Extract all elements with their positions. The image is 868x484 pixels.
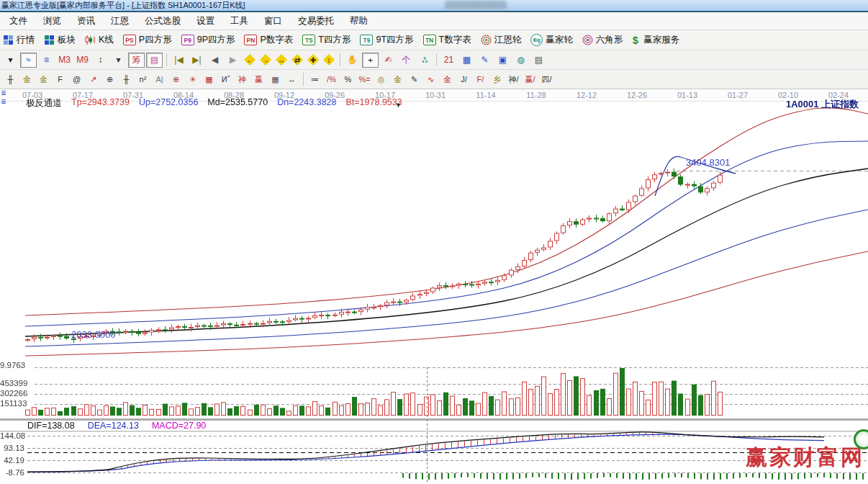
last-page-icon[interactable]: ▶| — [189, 53, 205, 68]
notes-icon[interactable]: ✎ — [476, 53, 493, 68]
feature-winner-wheel[interactable]: Big赢家轮 — [530, 34, 573, 46]
spiral-icon[interactable]: @ — [69, 73, 84, 86]
save-icon[interactable]: ▣ — [494, 53, 511, 68]
trend-view-icon[interactable]: ≈ — [20, 53, 37, 68]
ying-tool-icon[interactable]: 赢 — [251, 73, 266, 86]
print-icon[interactable]: ▤ — [530, 53, 547, 68]
number-grid-icon[interactable]: ▦ — [268, 73, 283, 86]
circle-tool-icon[interactable]: ⊕ — [168, 73, 184, 86]
hand-tool-icon[interactable]: ✋ — [344, 53, 361, 68]
feature-kline[interactable]: K线 — [85, 34, 114, 46]
gold-circle-icon[interactable]: ◎ — [374, 73, 389, 86]
ying-angle-icon[interactable]: 赢/ — [523, 73, 538, 86]
star-tool-icon[interactable]: ✳ — [185, 73, 200, 86]
shen-angle-icon[interactable]: 神/ — [506, 73, 521, 86]
chip-distribution-icon[interactable]: 筹 — [128, 53, 145, 68]
menu-item-0[interactable]: 文件 — [1, 14, 35, 29]
first-page-icon[interactable]: |◀ — [171, 53, 187, 68]
calculator-icon[interactable]: ▦ — [458, 53, 475, 68]
menu-item-6[interactable]: 工具 — [222, 14, 256, 29]
percent-slash-icon[interactable]: /% — [324, 73, 339, 86]
quote-list-icon[interactable]: ≡ — [38, 53, 55, 68]
gold-average-icon[interactable]: 金 — [390, 73, 405, 86]
gold-section-2-icon[interactable]: 金 — [36, 73, 51, 86]
diamond-expand-icon[interactable]: ✚ — [307, 53, 320, 66]
gann-compass-icon[interactable]: ⊕ — [102, 73, 117, 86]
feature-label: 赢家轮 — [546, 34, 573, 46]
gann-ruler-icon[interactable]: ╫ — [3, 73, 18, 86]
feature-p-number-table[interactable]: PNP数字表 — [244, 34, 293, 46]
channel-tp: Tp=2943.3739 — [71, 97, 130, 109]
gold-red-icon[interactable]: 金 — [440, 73, 455, 86]
feature-market-quotes[interactable]: 行情 — [3, 34, 35, 46]
diamond-compress-icon[interactable]: ⇄ — [291, 53, 304, 66]
macd-scale-tick: 42.19 — [0, 456, 24, 465]
j-angle-icon[interactable]: J/ — [456, 73, 471, 86]
stats-list-icon[interactable]: ≔ — [307, 73, 322, 86]
wave-gauge-icon[interactable]: ∿ — [423, 73, 438, 86]
menu-item-3[interactable]: 江恩 — [103, 14, 137, 29]
volume-scale-tick: 9.9763 — [0, 361, 25, 369]
n-square-icon[interactable]: n² — [135, 73, 150, 86]
brush-icon[interactable]: ✎ — [407, 73, 422, 86]
mirror-line-icon[interactable]: A| — [152, 73, 167, 86]
grid-tool-icon[interactable]: ▦ — [202, 73, 217, 86]
shen-tool-icon[interactable]: 神 — [235, 73, 250, 86]
gold-section-icon[interactable]: 金 — [19, 73, 35, 86]
feature-nine-p-square[interactable]: P99P四方形 — [181, 34, 235, 46]
time-tick-icon[interactable]: И˝ — [218, 73, 233, 86]
edge-tab-icon: ≣ — [1, 89, 6, 97]
pen-tool-icon[interactable]: ✍ — [380, 53, 397, 68]
view-dropdown-icon[interactable]: ▾ — [2, 53, 19, 68]
menu-item-8[interactable]: 交易委托 — [290, 14, 342, 29]
menu-item-7[interactable]: 窗口 — [256, 14, 290, 29]
diamond-up-down-icon[interactable]: ↕ — [322, 53, 335, 66]
si-angle-icon[interactable]: 四/ — [539, 73, 554, 86]
blurred-overlay — [445, 1, 507, 9]
calendar-icon[interactable]: 21 — [440, 53, 457, 68]
percent-line-icon[interactable]: %= — [357, 73, 372, 86]
feature-hexagon[interactable]: 六角形 — [582, 34, 623, 46]
volume-scale-tick: 302266 — [0, 389, 27, 398]
wave-9-icon[interactable]: M9 — [74, 53, 91, 68]
kline-period-icon[interactable]: ↕ — [92, 53, 109, 68]
next-bar-icon[interactable]: ▶ — [225, 53, 241, 68]
crosshair-tool-icon[interactable]: ＋ — [362, 53, 379, 68]
pattern-tool-icon[interactable]: ஃ — [416, 53, 433, 68]
left-edge-tab[interactable]: ≣≣ — [0, 89, 7, 105]
feature-t-square[interactable]: TST四方形 — [302, 34, 351, 46]
feature-t-number-table[interactable]: TNT数字表 — [423, 34, 471, 46]
feature-label: 9T四方形 — [376, 34, 413, 46]
menu-item-1[interactable]: 浏览 — [35, 14, 69, 29]
network-icon[interactable]: ◍ — [512, 53, 529, 68]
diamond-right-icon[interactable]: → — [259, 53, 272, 66]
down-marker-icon: ▼ — [395, 102, 402, 109]
title-bar: 赢家江恩专业版[赢家内部服务平台] - [上证指数 SH1A0001-167日K… — [0, 0, 868, 12]
prev-bar-icon[interactable]: ◀ — [207, 53, 223, 68]
period-dropdown-icon[interactable]: ▾ — [110, 53, 127, 68]
f-angle-icon[interactable]: F/ — [473, 73, 488, 86]
menu-item-5[interactable]: 设置 — [189, 14, 222, 29]
feature-winner-service[interactable]: $赢家服务 — [632, 34, 679, 46]
volume-distribution-icon[interactable]: ▤ — [146, 53, 163, 68]
s-angle-icon[interactable]: 乡 — [489, 73, 505, 86]
wave-3-icon[interactable]: M3 — [56, 53, 73, 68]
percent-icon[interactable]: % — [340, 73, 356, 86]
feature-gann-wheel[interactable]: 江恩轮 — [481, 34, 522, 46]
channel-md: Md=2535.5770 — [207, 97, 268, 109]
price-ruler-icon[interactable]: ╫ — [119, 73, 134, 86]
rocket-icon[interactable]: ↗ — [86, 73, 101, 86]
menu-item-2[interactable]: 资讯 — [69, 14, 103, 29]
toolbar-separator — [340, 53, 340, 66]
feature-label: 六角形 — [596, 34, 623, 46]
fibo-f-icon[interactable]: F — [53, 73, 68, 86]
feature-nine-t-square[interactable]: T99T四方形 — [360, 34, 413, 46]
diamond-left-right-icon[interactable]: ↔ — [275, 53, 288, 66]
diamond-left-icon[interactable]: ← — [243, 53, 256, 66]
feature-p-square[interactable]: PSP四方形 — [123, 34, 172, 46]
stamp-tool-icon[interactable]: 个 — [398, 53, 415, 68]
span-tool-icon[interactable]: ↔ — [284, 73, 299, 86]
feature-sector-blocks[interactable]: 板块 — [44, 34, 76, 46]
menu-item-4[interactable]: 公式选股 — [137, 14, 189, 29]
menu-item-9[interactable]: 帮助 — [342, 14, 376, 29]
